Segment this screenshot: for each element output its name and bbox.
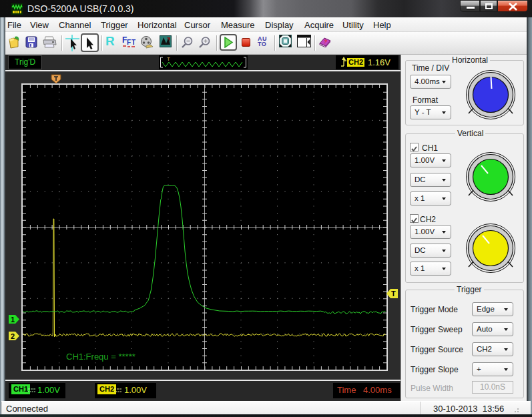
svg-text:1: 1 (11, 316, 15, 324)
svg-text:T: T (131, 39, 136, 46)
svg-text:F: F (127, 39, 131, 46)
svg-text:T: T (167, 56, 170, 62)
svg-text:T: T (391, 290, 396, 298)
svg-text:2: 2 (11, 332, 15, 340)
